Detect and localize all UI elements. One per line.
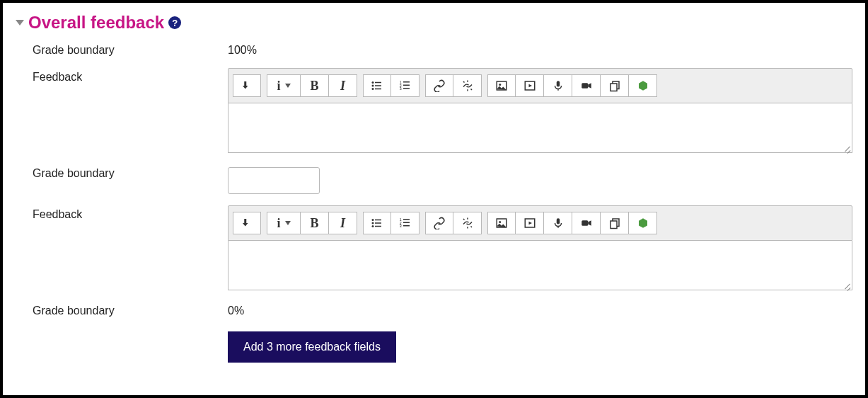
italic-button[interactable]: I <box>329 212 357 234</box>
svg-rect-16 <box>581 83 588 89</box>
svg-rect-18 <box>611 84 617 91</box>
bullet-list-button[interactable] <box>363 212 391 234</box>
number-list-button[interactable]: 123 <box>391 212 419 234</box>
media-button[interactable] <box>516 74 544 97</box>
feedback-textarea[interactable] <box>228 103 852 153</box>
feedback-editor-1: i B I 123 <box>228 68 852 153</box>
grade-boundary-value: 0% <box>228 302 852 317</box>
svg-point-21 <box>372 222 374 224</box>
section-title: Overall feedback <box>28 13 164 33</box>
copy-icon <box>608 79 621 92</box>
grade-boundary-label: Grade boundary <box>16 164 228 180</box>
svg-rect-3 <box>375 85 381 86</box>
copy-icon <box>608 217 621 229</box>
film-icon <box>523 79 536 92</box>
unlink-icon <box>461 79 474 92</box>
bold-button[interactable]: B <box>301 212 329 234</box>
italic-button[interactable]: I <box>329 74 357 97</box>
svg-rect-34 <box>556 218 560 224</box>
feedback-label: Feedback <box>16 68 228 84</box>
svg-rect-5 <box>375 89 381 90</box>
feedback-editor-2: i B I 123 <box>228 205 852 290</box>
arrow-down-icon <box>241 79 253 92</box>
paragraph-style-button[interactable]: i <box>267 74 301 97</box>
plugin-button[interactable] <box>629 74 657 97</box>
grade-boundary-label: Grade boundary <box>16 302 228 317</box>
collapse-caret-icon <box>16 20 24 25</box>
svg-rect-24 <box>375 226 381 227</box>
grade-boundary-row-3: Grade boundary 0% <box>16 302 852 317</box>
svg-rect-30 <box>403 225 410 227</box>
chevron-down-icon <box>285 84 291 88</box>
svg-point-4 <box>372 88 374 90</box>
svg-rect-15 <box>556 81 560 86</box>
video-icon <box>580 79 593 92</box>
svg-point-23 <box>372 225 374 227</box>
bold-button[interactable]: B <box>301 74 329 97</box>
unlink-button[interactable] <box>453 74 482 97</box>
image-icon <box>495 79 508 92</box>
files-button[interactable] <box>601 74 629 97</box>
bullet-list-button[interactable] <box>363 74 391 97</box>
link-icon <box>433 217 446 229</box>
number-list-button[interactable]: 123 <box>391 74 419 97</box>
svg-rect-11 <box>403 88 410 89</box>
link-button[interactable] <box>425 74 453 97</box>
svg-point-2 <box>372 85 374 87</box>
video-button[interactable] <box>572 212 601 234</box>
files-button[interactable] <box>601 212 629 234</box>
link-button[interactable] <box>425 212 453 234</box>
add-feedback-fields-button[interactable]: Add 3 more feedback fields <box>228 331 396 363</box>
grade-boundary-row-1: Grade boundary 100% <box>16 41 852 57</box>
video-icon <box>580 217 593 229</box>
svg-rect-22 <box>375 222 381 224</box>
image-button[interactable] <box>487 74 516 97</box>
svg-rect-1 <box>375 82 381 84</box>
plugin-button[interactable] <box>629 212 657 234</box>
hexagon-icon <box>637 217 649 229</box>
film-icon <box>523 217 536 229</box>
link-icon <box>433 79 446 92</box>
svg-point-0 <box>372 81 374 84</box>
grade-boundary-row-2: Grade boundary <box>16 164 852 194</box>
microphone-icon <box>552 79 565 92</box>
image-button[interactable] <box>487 212 516 234</box>
svg-rect-20 <box>375 220 381 221</box>
image-icon <box>495 217 508 229</box>
svg-rect-37 <box>611 221 617 229</box>
feedback-row-1: Feedback i B I 123 <box>16 68 852 153</box>
editor-toolbar: i B I 123 <box>228 68 852 103</box>
toggle-toolbar-button[interactable] <box>233 212 261 234</box>
arrow-down-icon <box>241 217 253 229</box>
microphone-button[interactable] <box>544 212 572 234</box>
grade-boundary-input[interactable] <box>228 167 320 194</box>
resize-handle-icon[interactable] <box>843 143 851 152</box>
microphone-button[interactable] <box>544 74 572 97</box>
unlink-icon <box>461 217 474 229</box>
svg-text:3: 3 <box>399 86 401 91</box>
list-ul-icon <box>371 217 383 229</box>
media-button[interactable] <box>516 212 544 234</box>
grade-boundary-value: 100% <box>228 41 852 57</box>
list-ul-icon <box>371 79 383 92</box>
grade-boundary-label: Grade boundary <box>16 41 228 57</box>
help-icon[interactable]: ? <box>168 16 181 29</box>
chevron-down-icon <box>285 221 291 225</box>
list-ol-icon: 123 <box>399 79 412 92</box>
list-ol-icon: 123 <box>399 217 412 229</box>
editor-toolbar: i B I 123 <box>228 205 852 241</box>
feedback-row-2: Feedback i B I 123 <box>16 205 852 290</box>
video-button[interactable] <box>572 74 601 97</box>
svg-rect-28 <box>403 222 410 224</box>
svg-rect-9 <box>403 85 410 86</box>
paragraph-style-button[interactable]: i <box>267 212 301 234</box>
unlink-button[interactable] <box>453 212 482 234</box>
svg-point-32 <box>499 221 501 223</box>
feedback-label: Feedback <box>16 205 228 221</box>
svg-point-13 <box>499 84 501 86</box>
toggle-toolbar-button[interactable] <box>233 74 261 97</box>
svg-rect-35 <box>581 220 588 226</box>
section-header[interactable]: Overall feedback ? <box>16 13 852 33</box>
feedback-textarea[interactable] <box>228 241 852 290</box>
resize-handle-icon[interactable] <box>843 280 851 289</box>
